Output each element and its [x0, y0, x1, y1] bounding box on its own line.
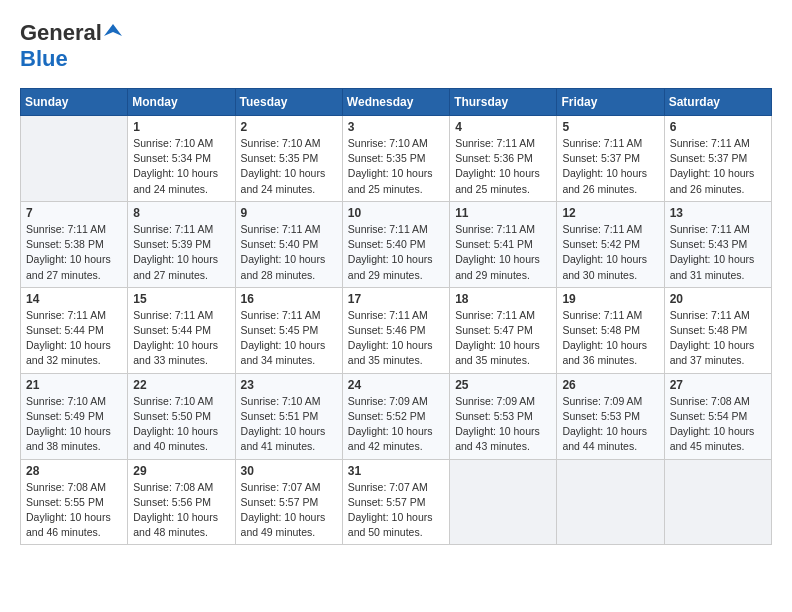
- calendar-cell: [21, 116, 128, 202]
- day-number: 18: [455, 292, 551, 306]
- day-number: 13: [670, 206, 766, 220]
- calendar-cell: 29Sunrise: 7:08 AM Sunset: 5:56 PM Dayli…: [128, 459, 235, 545]
- calendar-cell: 10Sunrise: 7:11 AM Sunset: 5:40 PM Dayli…: [342, 201, 449, 287]
- day-info: Sunrise: 7:08 AM Sunset: 5:54 PM Dayligh…: [670, 394, 766, 455]
- day-info: Sunrise: 7:07 AM Sunset: 5:57 PM Dayligh…: [241, 480, 337, 541]
- day-number: 9: [241, 206, 337, 220]
- day-number: 19: [562, 292, 658, 306]
- day-info: Sunrise: 7:11 AM Sunset: 5:47 PM Dayligh…: [455, 308, 551, 369]
- page-header: General Blue: [20, 20, 772, 72]
- day-info: Sunrise: 7:09 AM Sunset: 5:53 PM Dayligh…: [455, 394, 551, 455]
- calendar-header: SundayMondayTuesdayWednesdayThursdayFrid…: [21, 89, 772, 116]
- day-number: 25: [455, 378, 551, 392]
- day-info: Sunrise: 7:11 AM Sunset: 5:40 PM Dayligh…: [348, 222, 444, 283]
- calendar-cell: 12Sunrise: 7:11 AM Sunset: 5:42 PM Dayli…: [557, 201, 664, 287]
- calendar-cell: 4Sunrise: 7:11 AM Sunset: 5:36 PM Daylig…: [450, 116, 557, 202]
- day-number: 20: [670, 292, 766, 306]
- day-info: Sunrise: 7:11 AM Sunset: 5:46 PM Dayligh…: [348, 308, 444, 369]
- day-of-week-header: Saturday: [664, 89, 771, 116]
- calendar-cell: 25Sunrise: 7:09 AM Sunset: 5:53 PM Dayli…: [450, 373, 557, 459]
- day-info: Sunrise: 7:09 AM Sunset: 5:52 PM Dayligh…: [348, 394, 444, 455]
- calendar-cell: 31Sunrise: 7:07 AM Sunset: 5:57 PM Dayli…: [342, 459, 449, 545]
- day-number: 30: [241, 464, 337, 478]
- day-info: Sunrise: 7:11 AM Sunset: 5:43 PM Dayligh…: [670, 222, 766, 283]
- calendar-week-row: 28Sunrise: 7:08 AM Sunset: 5:55 PM Dayli…: [21, 459, 772, 545]
- calendar-cell: 6Sunrise: 7:11 AM Sunset: 5:37 PM Daylig…: [664, 116, 771, 202]
- day-info: Sunrise: 7:11 AM Sunset: 5:41 PM Dayligh…: [455, 222, 551, 283]
- calendar-week-row: 7Sunrise: 7:11 AM Sunset: 5:38 PM Daylig…: [21, 201, 772, 287]
- calendar-cell: 26Sunrise: 7:09 AM Sunset: 5:53 PM Dayli…: [557, 373, 664, 459]
- day-number: 12: [562, 206, 658, 220]
- day-number: 14: [26, 292, 122, 306]
- calendar-cell: 8Sunrise: 7:11 AM Sunset: 5:39 PM Daylig…: [128, 201, 235, 287]
- day-number: 21: [26, 378, 122, 392]
- calendar-week-row: 21Sunrise: 7:10 AM Sunset: 5:49 PM Dayli…: [21, 373, 772, 459]
- calendar-table: SundayMondayTuesdayWednesdayThursdayFrid…: [20, 88, 772, 545]
- day-number: 5: [562, 120, 658, 134]
- day-info: Sunrise: 7:11 AM Sunset: 5:40 PM Dayligh…: [241, 222, 337, 283]
- day-number: 15: [133, 292, 229, 306]
- day-number: 24: [348, 378, 444, 392]
- calendar-cell: [557, 459, 664, 545]
- calendar-cell: 30Sunrise: 7:07 AM Sunset: 5:57 PM Dayli…: [235, 459, 342, 545]
- day-of-week-header: Thursday: [450, 89, 557, 116]
- calendar-cell: 15Sunrise: 7:11 AM Sunset: 5:44 PM Dayli…: [128, 287, 235, 373]
- logo-general-text: General: [20, 20, 102, 46]
- day-number: 6: [670, 120, 766, 134]
- calendar-cell: 19Sunrise: 7:11 AM Sunset: 5:48 PM Dayli…: [557, 287, 664, 373]
- day-info: Sunrise: 7:11 AM Sunset: 5:44 PM Dayligh…: [133, 308, 229, 369]
- day-info: Sunrise: 7:10 AM Sunset: 5:51 PM Dayligh…: [241, 394, 337, 455]
- day-number: 16: [241, 292, 337, 306]
- calendar-cell: 2Sunrise: 7:10 AM Sunset: 5:35 PM Daylig…: [235, 116, 342, 202]
- calendar-cell: 18Sunrise: 7:11 AM Sunset: 5:47 PM Dayli…: [450, 287, 557, 373]
- day-of-week-header: Tuesday: [235, 89, 342, 116]
- day-number: 1: [133, 120, 229, 134]
- calendar-cell: 17Sunrise: 7:11 AM Sunset: 5:46 PM Dayli…: [342, 287, 449, 373]
- day-info: Sunrise: 7:11 AM Sunset: 5:42 PM Dayligh…: [562, 222, 658, 283]
- calendar-cell: 20Sunrise: 7:11 AM Sunset: 5:48 PM Dayli…: [664, 287, 771, 373]
- day-info: Sunrise: 7:10 AM Sunset: 5:35 PM Dayligh…: [241, 136, 337, 197]
- day-info: Sunrise: 7:11 AM Sunset: 5:36 PM Dayligh…: [455, 136, 551, 197]
- day-number: 8: [133, 206, 229, 220]
- day-of-week-header: Monday: [128, 89, 235, 116]
- day-info: Sunrise: 7:11 AM Sunset: 5:48 PM Dayligh…: [562, 308, 658, 369]
- calendar-cell: 14Sunrise: 7:11 AM Sunset: 5:44 PM Dayli…: [21, 287, 128, 373]
- calendar-cell: 9Sunrise: 7:11 AM Sunset: 5:40 PM Daylig…: [235, 201, 342, 287]
- calendar-cell: 16Sunrise: 7:11 AM Sunset: 5:45 PM Dayli…: [235, 287, 342, 373]
- day-info: Sunrise: 7:11 AM Sunset: 5:39 PM Dayligh…: [133, 222, 229, 283]
- day-number: 23: [241, 378, 337, 392]
- calendar-cell: 23Sunrise: 7:10 AM Sunset: 5:51 PM Dayli…: [235, 373, 342, 459]
- calendar-cell: 21Sunrise: 7:10 AM Sunset: 5:49 PM Dayli…: [21, 373, 128, 459]
- days-of-week-row: SundayMondayTuesdayWednesdayThursdayFrid…: [21, 89, 772, 116]
- day-number: 31: [348, 464, 444, 478]
- day-info: Sunrise: 7:10 AM Sunset: 5:49 PM Dayligh…: [26, 394, 122, 455]
- day-info: Sunrise: 7:07 AM Sunset: 5:57 PM Dayligh…: [348, 480, 444, 541]
- day-info: Sunrise: 7:11 AM Sunset: 5:38 PM Dayligh…: [26, 222, 122, 283]
- day-info: Sunrise: 7:10 AM Sunset: 5:50 PM Dayligh…: [133, 394, 229, 455]
- calendar-cell: 22Sunrise: 7:10 AM Sunset: 5:50 PM Dayli…: [128, 373, 235, 459]
- day-number: 22: [133, 378, 229, 392]
- day-number: 3: [348, 120, 444, 134]
- day-info: Sunrise: 7:11 AM Sunset: 5:45 PM Dayligh…: [241, 308, 337, 369]
- svg-marker-0: [104, 24, 122, 36]
- day-number: 28: [26, 464, 122, 478]
- day-of-week-header: Sunday: [21, 89, 128, 116]
- day-number: 10: [348, 206, 444, 220]
- logo-bird-icon: [104, 22, 122, 40]
- day-info: Sunrise: 7:11 AM Sunset: 5:37 PM Dayligh…: [562, 136, 658, 197]
- day-info: Sunrise: 7:10 AM Sunset: 5:34 PM Dayligh…: [133, 136, 229, 197]
- calendar-cell: 28Sunrise: 7:08 AM Sunset: 5:55 PM Dayli…: [21, 459, 128, 545]
- logo-blue-text: Blue: [20, 46, 68, 71]
- calendar-cell: 27Sunrise: 7:08 AM Sunset: 5:54 PM Dayli…: [664, 373, 771, 459]
- calendar-cell: 7Sunrise: 7:11 AM Sunset: 5:38 PM Daylig…: [21, 201, 128, 287]
- day-info: Sunrise: 7:09 AM Sunset: 5:53 PM Dayligh…: [562, 394, 658, 455]
- day-number: 11: [455, 206, 551, 220]
- day-number: 27: [670, 378, 766, 392]
- calendar-cell: [664, 459, 771, 545]
- day-info: Sunrise: 7:08 AM Sunset: 5:55 PM Dayligh…: [26, 480, 122, 541]
- day-info: Sunrise: 7:08 AM Sunset: 5:56 PM Dayligh…: [133, 480, 229, 541]
- calendar-cell: 3Sunrise: 7:10 AM Sunset: 5:35 PM Daylig…: [342, 116, 449, 202]
- day-number: 7: [26, 206, 122, 220]
- calendar-cell: 1Sunrise: 7:10 AM Sunset: 5:34 PM Daylig…: [128, 116, 235, 202]
- day-info: Sunrise: 7:11 AM Sunset: 5:37 PM Dayligh…: [670, 136, 766, 197]
